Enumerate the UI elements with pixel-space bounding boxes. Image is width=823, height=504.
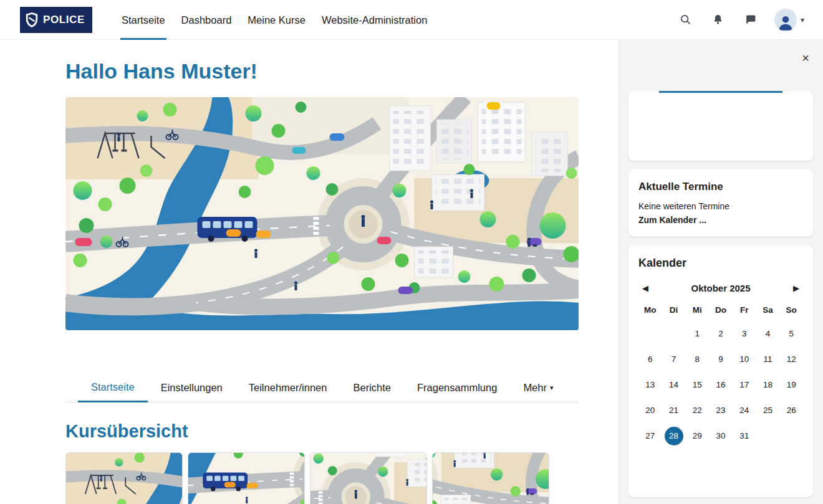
calendar-day-cell: 25 <box>756 397 780 423</box>
tab-fragensammlung[interactable]: Fragensammlung <box>404 374 510 402</box>
calendar-day[interactable]: 4 <box>758 325 777 343</box>
calendar-day[interactable]: 7 <box>665 350 683 369</box>
calendar-day-cell: 14 <box>662 372 686 397</box>
tab-berichte[interactable]: Berichte <box>340 374 404 402</box>
calendar-day-cell: 31 <box>733 423 756 449</box>
nav-item-dashboard[interactable]: Dashboard <box>173 0 240 40</box>
calendar-day-cell: 16 <box>709 372 733 397</box>
calendar-day[interactable]: 21 <box>665 401 683 420</box>
calendar-day-cell: 19 <box>779 372 803 397</box>
calendar-empty-cell <box>638 321 662 346</box>
nav-item-meine-kurse[interactable]: Meine Kurse <box>239 0 314 40</box>
calendar-day[interactable]: 26 <box>782 401 801 420</box>
calendar-day[interactable]: 17 <box>735 376 754 394</box>
notifications-bell-icon[interactable] <box>710 11 727 29</box>
calendar-day-cell: 15 <box>685 372 709 397</box>
calendar-day[interactable]: 18 <box>758 376 777 394</box>
calendar-day-cell: 23 <box>709 397 733 423</box>
calendar-day-cell: 24 <box>733 397 756 423</box>
calendar-day-cell: 7 <box>662 346 686 372</box>
calendar-day-cell: 27 <box>638 423 662 449</box>
events-empty-text: Keine weiteren Termine <box>638 201 803 211</box>
calendar-grid: 1234567891011121314151617181920212223242… <box>638 321 803 449</box>
calendar-day[interactable]: 31 <box>735 427 754 445</box>
calendar-day-cell: 21 <box>662 397 686 423</box>
tab-startseite[interactable]: Startseite <box>78 374 148 402</box>
calendar-day[interactable]: 10 <box>735 350 754 369</box>
course-card[interactable] <box>65 452 183 504</box>
right-drawer: × Aktuelle Termine Keine weiteren Termin… <box>618 40 823 504</box>
calendar-day-cell: 26 <box>779 397 803 423</box>
nav-item-startseite[interactable]: Startseite <box>113 0 173 40</box>
calendar-day-cell: 18 <box>756 372 780 397</box>
city-illustration <box>65 97 579 330</box>
close-drawer-icon[interactable]: × <box>798 46 813 70</box>
calendar-day[interactable]: 15 <box>688 376 706 394</box>
calendar-weekday: So <box>779 300 803 321</box>
calendar-day[interactable]: 8 <box>688 350 706 369</box>
calendar-day[interactable]: 11 <box>758 350 777 369</box>
site-logo[interactable]: POLICE <box>20 7 92 33</box>
calendar-day[interactable]: 13 <box>641 376 660 394</box>
course-card[interactable] <box>188 452 305 504</box>
calendar-weekday-header: MoDiMiDoFrSaSo <box>638 300 803 321</box>
calendar-day-cell: 29 <box>685 423 709 449</box>
block-divider-rule <box>659 91 782 93</box>
calendar-day-cell: 5 <box>779 321 803 346</box>
calendar-day[interactable]: 14 <box>665 376 683 394</box>
calendar-day-cell: 20 <box>638 397 662 423</box>
calendar-prev-month-icon[interactable]: ◀ <box>640 282 651 294</box>
tab-teilnehmer[interactable]: Teilnehmer/innen <box>236 374 340 402</box>
main-content: Hallo Hans Muster! Startseite Einstellun… <box>0 40 618 504</box>
calendar-day[interactable]: 3 <box>735 325 754 343</box>
top-navbar: POLICE Startseite Dashboard Meine Kurse … <box>0 0 823 40</box>
calendar-month-label: Oktober 2025 <box>691 283 750 293</box>
course-thumbnail <box>310 453 426 504</box>
calendar-day[interactable]: 29 <box>688 427 706 445</box>
calendar-day[interactable]: 5 <box>782 325 801 343</box>
calendar-day[interactable]: 23 <box>711 401 730 420</box>
calendar-day[interactable]: 6 <box>641 350 660 369</box>
user-menu[interactable]: ▾ <box>774 9 804 31</box>
calendar-day[interactable]: 16 <box>711 376 730 394</box>
calendar-day-cell: 9 <box>709 346 733 372</box>
calendar-day[interactable]: 19 <box>782 376 801 394</box>
nav-item-website-administration[interactable]: Website-Administration <box>314 0 435 40</box>
calendar-day[interactable]: 30 <box>711 427 730 445</box>
calendar-weekday: Do <box>709 300 733 321</box>
chevron-down-icon: ▾ <box>550 384 554 392</box>
calendar-day[interactable]: 20 <box>641 401 660 420</box>
calendar-weekday: Mo <box>638 300 662 321</box>
calendar-day-selected[interactable]: 28 <box>665 427 683 445</box>
go-to-calendar-link[interactable]: Zum Kalender ... <box>638 215 706 225</box>
course-thumbnail <box>433 453 549 504</box>
calendar-next-month-icon[interactable]: ▶ <box>791 282 802 294</box>
calendar-day-cell: 11 <box>756 346 780 372</box>
logo-text: POLICE <box>43 14 85 26</box>
course-thumbnail <box>66 453 182 504</box>
calendar-block-title: Kalender <box>638 257 803 270</box>
tab-mehr[interactable]: Mehr ▾ <box>510 374 566 402</box>
calendar-month-nav: ◀ Oktober 2025 ▶ <box>638 282 803 294</box>
messages-chat-icon[interactable] <box>742 11 759 29</box>
course-thumbnail <box>188 453 304 504</box>
calendar-day[interactable]: 22 <box>688 401 706 420</box>
calendar-day[interactable]: 24 <box>735 401 754 420</box>
calendar-day[interactable]: 2 <box>711 325 730 343</box>
calendar-empty-cell <box>662 321 686 346</box>
search-icon[interactable] <box>677 11 695 29</box>
calendar-day[interactable]: 1 <box>688 325 706 343</box>
course-card[interactable] <box>432 452 549 504</box>
tab-einstellungen[interactable]: Einstellungen <box>148 374 236 402</box>
calendar-day[interactable]: 12 <box>782 350 801 369</box>
upcoming-events-block: Aktuelle Termine Keine weiteren Termine … <box>628 169 813 237</box>
calendar-day[interactable]: 9 <box>711 350 730 369</box>
course-card[interactable] <box>310 452 427 504</box>
calendar-day-cell: 10 <box>733 346 756 372</box>
calendar-day-cell: 30 <box>709 423 733 449</box>
calendar-empty-cell <box>756 423 780 449</box>
calendar-empty-cell <box>779 423 803 449</box>
calendar-day[interactable]: 25 <box>758 401 777 420</box>
calendar-day[interactable]: 27 <box>641 427 660 445</box>
calendar-day-cell: 6 <box>638 346 662 372</box>
